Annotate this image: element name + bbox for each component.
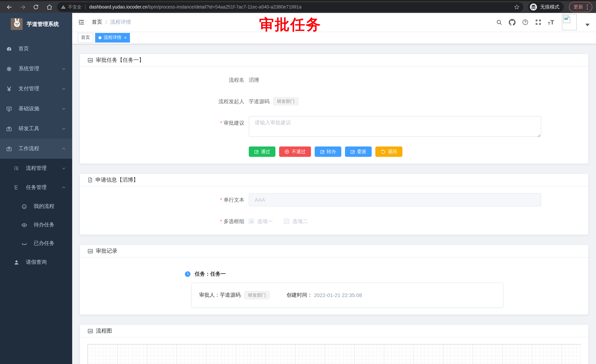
top-navbar: 首页 / 流程详情 TT — [72, 13, 596, 31]
sidebar-item-label: 支付管理 — [19, 86, 39, 92]
avatar[interactable] — [562, 14, 577, 30]
briefcase-icon — [6, 146, 13, 152]
refresh-left-icon — [380, 149, 386, 154]
chevron-down-icon — [61, 107, 66, 111]
clock-icon — [184, 271, 191, 277]
process-name-row: 流程名 滔博 — [87, 73, 581, 87]
address-bar[interactable]: 不安全 dashboard.yudao.iocoder.cn/bpm/proce… — [57, 2, 523, 12]
sidebar-item-label: 待办任务 — [34, 222, 54, 228]
user-icon — [13, 259, 21, 265]
github-icon[interactable] — [509, 19, 516, 26]
active-dot-icon — [98, 36, 101, 39]
card-title: 流程图 — [96, 327, 112, 335]
back-icon[interactable] — [4, 2, 15, 12]
menu-dots-icon — [587, 5, 588, 10]
face-icon — [21, 203, 29, 210]
toolbox-icon — [6, 126, 13, 132]
checkbox-unchecked-icon — [284, 219, 289, 224]
approve-button[interactable]: 通过 — [249, 146, 276, 157]
checkbox-option-1: 选项一 — [249, 215, 273, 228]
approval-task-card-header: 审批任务【任务一】 — [80, 54, 588, 66]
chevron-up-icon — [61, 185, 66, 190]
tab-home[interactable]: 首页 — [78, 33, 93, 42]
edit-icon — [254, 149, 259, 154]
forward-icon[interactable] — [17, 2, 28, 12]
sidebar-item-payment[interactable]: 支付管理 — [0, 79, 72, 99]
checkbox-label: 选项一 — [257, 215, 273, 228]
button-label: 委派 — [357, 148, 366, 155]
list-icon — [13, 165, 21, 171]
sidebar-item-infrastructure[interactable]: 基础设施 — [0, 99, 72, 119]
checkbox-group-row: 多选框组 选项一 选项二 — [87, 215, 581, 228]
chevron-up-icon — [61, 146, 66, 151]
application-info-card-header: 申请信息【滔博】 — [80, 174, 588, 186]
create-time-label: 创建时间： — [287, 292, 313, 298]
checkbox-checked-icon — [249, 219, 254, 224]
url-text: dashboard.yudao.iocoder.cn/bpm/process-i… — [89, 4, 512, 10]
dept-tag: 研发部门 — [273, 97, 298, 105]
incognito-icon — [529, 3, 537, 11]
bookmark-star-icon[interactable] — [514, 4, 520, 10]
font-size-icon[interactable]: TT — [548, 19, 554, 25]
breadcrumb-home[interactable]: 首页 — [92, 19, 102, 26]
sidebar-item-label: 系统管理 — [19, 66, 39, 72]
tab-process-detail[interactable]: 流程详情 × — [95, 33, 130, 42]
sidebar-item-done-tasks[interactable]: 已办任务 — [0, 234, 72, 253]
sidebar-item-system[interactable]: 系统管理 — [0, 59, 72, 79]
suggestion-textarea[interactable] — [249, 116, 541, 137]
initiator-name: 芋道源码 — [249, 95, 269, 108]
help-icon[interactable] — [522, 19, 529, 26]
tab-label: 首页 — [81, 34, 90, 41]
close-icon[interactable]: × — [124, 35, 127, 40]
gear-icon — [6, 66, 13, 72]
browser-toolbar: 不安全 dashboard.yudao.iocoder.cn/bpm/proce… — [0, 0, 596, 13]
approver-label: 审批人： — [199, 292, 220, 298]
sidebar-item-label: 请假查询 — [26, 259, 47, 266]
checkbox-label: 选项二 — [292, 215, 308, 228]
task-title: 任务：任务一 — [195, 271, 226, 277]
checkbox-group: 选项一 选项二 — [249, 215, 308, 228]
sidebar-item-leave-query[interactable]: 请假查询 — [0, 253, 72, 272]
dept-tag: 研发部门 — [244, 291, 269, 299]
eye-closed-icon — [21, 240, 29, 247]
sidebar-item-task-management[interactable]: 任务管理 — [0, 178, 72, 197]
approval-task-card: 审批任务【任务一】 流程名 滔博 流程发起人 芋道源码 研发部门 — [80, 54, 589, 164]
reject-button[interactable]: 不通过 — [279, 146, 311, 157]
fullscreen-icon[interactable] — [535, 19, 542, 26]
sidebar-item-my-processes[interactable]: 我的流程 — [0, 197, 72, 216]
transfer-button[interactable]: 转办 — [314, 146, 341, 157]
update-menu-button[interactable]: 更新 — [569, 2, 592, 12]
button-label: 通过 — [261, 148, 270, 155]
sidebar-item-process-management[interactable]: 流程管理 — [0, 159, 72, 178]
initiator-row: 流程发起人 芋道源码 研发部门 — [87, 95, 581, 108]
refresh-icon[interactable] — [30, 2, 41, 12]
url-divider — [85, 4, 86, 10]
page-content: 审批任务【任务一】 流程名 滔博 流程发起人 芋道源码 研发部门 — [72, 44, 596, 364]
sidebar-item-todo-tasks[interactable]: 待办任务 — [0, 216, 72, 234]
card-title: 申请信息【滔博】 — [96, 176, 138, 183]
initiator-value: 芋道源码 研发部门 — [249, 95, 298, 108]
url-host: dashboard.yudao.iocoder.cn — [89, 4, 147, 10]
not-secure-warning-icon — [61, 4, 66, 10]
sidebar: 芋道管理系统 首页 系统管理 — [0, 13, 72, 364]
app-title: 芋道管理系统 — [27, 21, 59, 28]
flow-chart-card: 流程图 — [80, 324, 589, 364]
approver-value: 芋道源码 — [220, 292, 241, 298]
search-icon[interactable] — [496, 19, 502, 25]
sidebar-item-label: 首页 — [19, 45, 29, 52]
sidebar-item-workflow[interactable]: 工作流程 — [0, 139, 72, 159]
sidebar-item-dev-tools[interactable]: 研发工具 — [0, 119, 72, 139]
sidebar-item-home[interactable]: 首页 — [0, 39, 72, 59]
bpmn-canvas[interactable] — [87, 344, 581, 364]
sidebar-item-label: 已办任务 — [34, 240, 54, 247]
delegate-button[interactable]: 委派 — [345, 146, 372, 157]
hamburger-icon[interactable] — [78, 19, 88, 26]
return-button[interactable]: 退回 — [375, 146, 402, 157]
sidebar-logo[interactable]: 芋道管理系统 — [0, 13, 72, 32]
home-icon[interactable] — [44, 2, 55, 12]
sidebar-item-label: 研发工具 — [19, 125, 39, 132]
yen-icon — [6, 86, 13, 92]
process-name-label: 流程名 — [87, 73, 249, 87]
caret-down-icon[interactable] — [585, 23, 590, 26]
monitor-icon — [6, 106, 13, 112]
